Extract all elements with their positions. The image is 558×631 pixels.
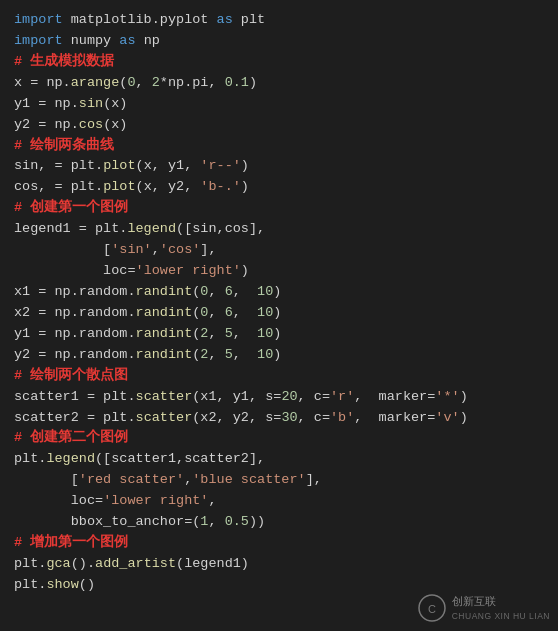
code-token: 30 [281, 410, 297, 425]
code-token: 5 [225, 326, 233, 341]
code-token: scatter1 = plt. [14, 389, 136, 404]
code-token: , [208, 305, 224, 320]
code-token: randint [136, 305, 193, 320]
code-token: 10 [257, 284, 273, 299]
code-token: show [46, 577, 78, 592]
code-token: y2 [14, 117, 38, 132]
code-line: plt.legend([scatter1,scatter2], [14, 449, 544, 470]
code-token: 6 [225, 305, 233, 320]
code-line: import matplotlib.pyplot as plt [14, 10, 544, 31]
code-token: , [208, 493, 216, 508]
code-token: sin [79, 96, 103, 111]
code-token: [ [14, 242, 111, 257]
code-token: 'lower right' [136, 263, 241, 278]
code-line: sin, = plt.plot(x, y1, 'r--') [14, 156, 544, 177]
code-token: x [14, 75, 30, 90]
code-token: legend1 = plt. [14, 221, 127, 236]
code-token: ) [273, 326, 281, 341]
code-token: , [233, 284, 257, 299]
code-token: 'cos' [160, 242, 201, 257]
code-token: 2 [152, 75, 160, 90]
code-line: scatter1 = plt.scatter(x1, y1, s=20, c='… [14, 387, 544, 408]
code-token: (x, y1, [136, 158, 201, 173]
code-token: = np. [38, 96, 79, 111]
code-token: ], [200, 242, 216, 257]
code-token: cos [79, 117, 103, 132]
code-line: y2 = np.random.randint(2, 5, 10) [14, 345, 544, 366]
code-token: bbox_to_anchor=( [14, 514, 200, 529]
code-token: , [233, 326, 257, 341]
code-token: , [208, 326, 224, 341]
code-line: cos, = plt.plot(x, y2, 'b-.') [14, 177, 544, 198]
code-token: 'v' [435, 410, 459, 425]
code-line: ['red scatter','blue scatter'], [14, 470, 544, 491]
code-token: = np. [30, 75, 71, 90]
code-token: x1 = np.random. [14, 284, 136, 299]
code-line: bbox_to_anchor=(1, 0.5)) [14, 512, 544, 533]
code-token: , c= [298, 389, 330, 404]
code-line: legend1 = plt.legend([sin,cos], [14, 219, 544, 240]
code-token: 6 [225, 284, 233, 299]
code-line: # 创建第二个图例 [14, 428, 544, 449]
code-token: scatter [136, 389, 193, 404]
code-token: 20 [281, 389, 297, 404]
code-line: x2 = np.random.randint(0, 6, 10) [14, 303, 544, 324]
code-token: , [233, 305, 257, 320]
code-token: 5 [225, 347, 233, 362]
watermark: C 创新互联 CHUANG XIN HU LIAN [418, 593, 550, 623]
code-token: numpy [63, 33, 120, 48]
code-line: x1 = np.random.randint(0, 6, 10) [14, 282, 544, 303]
code-token: 'r' [330, 389, 354, 404]
code-token: (x, y2, [136, 179, 201, 194]
code-token: add_artist [95, 556, 176, 571]
code-token: (legend1) [176, 556, 249, 571]
code-line: y2 = np.cos(x) [14, 115, 544, 136]
code-token: , marker= [354, 410, 435, 425]
code-token: 'blue scatter' [192, 472, 305, 487]
code-token: , marker= [354, 389, 435, 404]
code-token: plot [103, 158, 135, 173]
code-line: ['sin','cos'], [14, 240, 544, 261]
svg-text:C: C [428, 603, 436, 615]
code-token: 10 [257, 347, 273, 362]
code-token: import [14, 12, 63, 27]
code-token: # 生成模拟数据 [14, 54, 114, 69]
code-token: legend [46, 451, 95, 466]
code-token: 0.5 [225, 514, 249, 529]
code-token: ) [241, 179, 249, 194]
code-token: , c= [298, 410, 330, 425]
code-token: plt [233, 12, 265, 27]
code-token: ) [273, 347, 281, 362]
code-line: plt.gca().add_artist(legend1) [14, 554, 544, 575]
code-token: (x1, y1, s= [192, 389, 281, 404]
code-token: loc= [14, 263, 136, 278]
code-token: # 绘制两个散点图 [14, 368, 128, 383]
code-token: (x) [103, 117, 127, 132]
code-token: (x) [103, 96, 127, 111]
code-token: (x2, y2, s= [192, 410, 281, 425]
code-token: 10 [257, 305, 273, 320]
code-token: scatter [136, 410, 193, 425]
watermark-logo-icon: C [418, 594, 446, 622]
code-token: # 绘制两条曲线 [14, 138, 114, 153]
code-token: randint [136, 347, 193, 362]
code-token: sin, = plt. [14, 158, 103, 173]
code-token: scatter2 = plt. [14, 410, 136, 425]
code-token: , [208, 284, 224, 299]
code-token: , [152, 242, 160, 257]
code-token: cos, = plt. [14, 179, 103, 194]
code-token: ) [273, 305, 281, 320]
code-line: # 生成模拟数据 [14, 52, 544, 73]
code-token: ) [460, 410, 468, 425]
code-line: loc='lower right') [14, 261, 544, 282]
code-token: as [217, 12, 233, 27]
watermark-text: 创新互联 CHUANG XIN HU LIAN [452, 593, 550, 623]
code-token: *np.pi, [160, 75, 225, 90]
code-token: import [14, 33, 63, 48]
code-token: plot [103, 179, 135, 194]
code-line: y1 = np.sin(x) [14, 94, 544, 115]
code-token: ) [249, 75, 257, 90]
code-token: randint [136, 326, 193, 341]
code-token: y2 = np.random. [14, 347, 136, 362]
code-token: 'red scatter' [79, 472, 184, 487]
